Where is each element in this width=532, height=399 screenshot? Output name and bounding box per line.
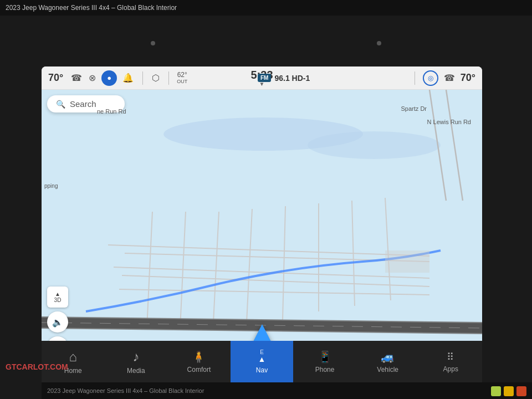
- infotainment-screen: 70° ☎ ⊗ ● 🔔 ⬡ 62° OUT 5:33 ▼ FM 96.1 HD-…: [42, 66, 482, 360]
- map-area: 🔍 Search Spartz Dr N Lewis Run Rd ne Run…: [42, 90, 482, 360]
- nav-item-phone[interactable]: 📱 Phone: [293, 341, 356, 382]
- fan-icon: ⊗: [89, 73, 96, 83]
- search-icon: 🔍: [56, 100, 65, 109]
- nav-label: Nav: [256, 366, 268, 374]
- status-bar-right: ◎ ☎ 70°: [411, 70, 475, 86]
- camera-dot-right: [377, 41, 381, 45]
- comfort-icon: 🧍: [192, 350, 206, 364]
- vehicle-label: Vehicle: [377, 366, 398, 374]
- color-dot-2: [504, 386, 514, 396]
- phone-icon: ☎: [71, 73, 82, 83]
- watermark-text: 2023 Jeep Wagoneer Series III 4x4 – Glob…: [47, 387, 204, 394]
- phone-label: Phone: [315, 366, 335, 374]
- nav-item-comfort[interactable]: 🧍 Comfort: [167, 341, 231, 382]
- status-bar: 70° ☎ ⊗ ● 🔔 ⬡ 62° OUT 5:33 ▼ FM 96.1 HD-…: [42, 66, 482, 90]
- nav-top-label: E: [260, 349, 264, 355]
- title-text: 2023 Jeep Wagoneer Series III 4x4 – Glob…: [6, 4, 177, 12]
- color-dots: [491, 386, 526, 396]
- radio-info: FM 96.1 HD-1: [258, 74, 310, 83]
- map-svg: [42, 90, 482, 360]
- title-bar: 2023 Jeep Wagoneer Series III 4x4 – Glob…: [0, 0, 532, 16]
- media-icon: ♪: [132, 349, 139, 365]
- bottom-nav: ⌂ Home ♪ Media 🧍 Comfort E ▲ Nav 📱 Phone…: [42, 341, 482, 382]
- camera-area: [0, 16, 532, 71]
- gtcarlot-text: GTCARLOT.COM: [6, 362, 68, 371]
- nav-item-media[interactable]: ♪ Media: [105, 341, 168, 382]
- phone-right-icon: ☎: [444, 73, 455, 83]
- apps-label: Apps: [443, 365, 458, 373]
- out-temp-value: 62°: [177, 71, 187, 79]
- camera-dot-left: [151, 41, 155, 45]
- divider-3: [415, 71, 415, 85]
- out-temp: 62° OUT: [177, 71, 187, 85]
- svg-point-2: [308, 131, 441, 159]
- nav-arrow-icon: ▲: [258, 355, 266, 364]
- map-label-pping: pping: [44, 183, 58, 189]
- color-dot-3: [516, 386, 526, 396]
- gtcarlot-brand: GTCARLOT.COM: [6, 362, 68, 371]
- temp-left: 70°: [48, 72, 63, 84]
- volume-icon: 🔈: [52, 317, 63, 328]
- radio-band: FM: [258, 74, 271, 82]
- nav-item-nav[interactable]: E ▲ Nav: [231, 341, 294, 382]
- apps-icon: ⠿: [447, 351, 454, 363]
- svg-rect-21: [385, 250, 429, 273]
- nav-item-vehicle[interactable]: 🚙 Vehicle: [356, 341, 420, 382]
- jeep-icon: ⬡: [152, 73, 160, 83]
- divider-2: [168, 71, 169, 85]
- volume-button[interactable]: 🔈: [47, 311, 68, 332]
- home-icon: ⌂: [69, 349, 78, 365]
- map-label-lewis: N Lewis Run Rd: [427, 119, 471, 125]
- phone-nav-icon: 📱: [318, 350, 332, 364]
- nav-item-apps[interactable]: ⠿ Apps: [419, 341, 482, 382]
- circle-btn-left[interactable]: ◎: [423, 70, 438, 86]
- 3d-button[interactable]: ▲ 3D: [47, 287, 68, 308]
- vehicle-icon: 🚙: [381, 350, 395, 364]
- bluetooth-icon[interactable]: ●: [101, 70, 117, 86]
- map-label-run: ne Run Rd: [97, 108, 126, 115]
- temp-right: 70°: [461, 72, 475, 84]
- divider-1: [142, 71, 143, 85]
- map-label-spartz: Spartz Dr: [401, 105, 427, 112]
- watermark-bar: 2023 Jeep Wagoneer Series III 4x4 – Glob…: [42, 382, 532, 399]
- search-text: Search: [70, 99, 96, 109]
- comfort-label: Comfort: [187, 366, 211, 374]
- out-temp-label: OUT: [177, 79, 187, 85]
- nav-item-home[interactable]: ⌂ Home: [42, 341, 105, 382]
- bell-icon: 🔔: [122, 73, 134, 83]
- radio-station: 96.1 HD-1: [274, 74, 310, 83]
- 3d-arrow: ▲: [55, 291, 60, 297]
- 3d-label: 3D: [54, 297, 62, 303]
- media-label: Media: [127, 367, 145, 375]
- color-dot-1: [491, 386, 501, 396]
